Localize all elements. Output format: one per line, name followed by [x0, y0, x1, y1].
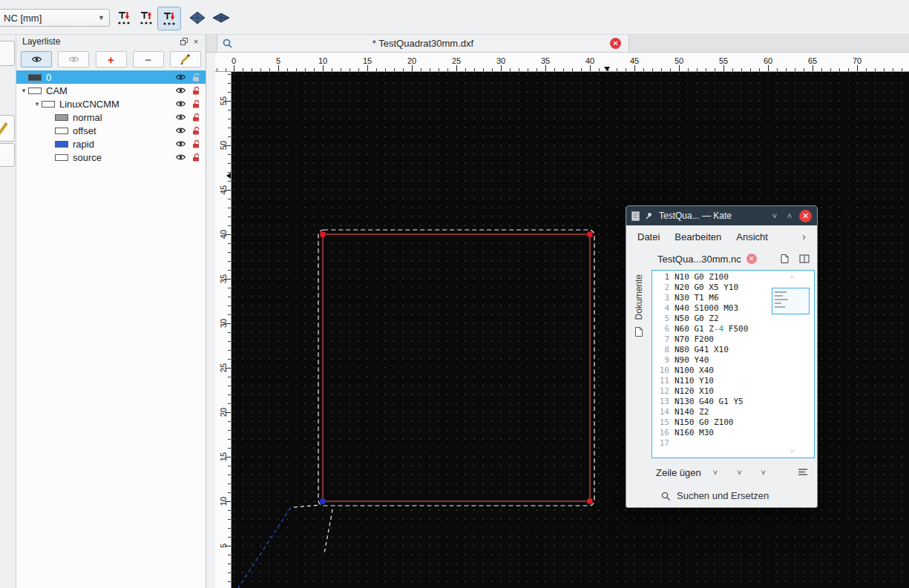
unlock-icon[interactable]	[189, 86, 203, 96]
layer-panel-header: Layerliste ×	[16, 35, 206, 48]
align-lines-icon[interactable]	[798, 468, 808, 477]
line-number: 15	[652, 417, 675, 428]
code-line: 14N140 Z2	[652, 407, 769, 417]
layer-row-0[interactable]: 0	[16, 70, 206, 84]
layer-row-rapid[interactable]: rapid	[16, 137, 206, 151]
eye-icon[interactable]	[171, 153, 189, 161]
layer-color-swatch[interactable]	[42, 101, 55, 108]
layer-color-swatch[interactable]	[28, 87, 42, 94]
ruler-minor-ticks	[215, 68, 909, 71]
expander-icon[interactable]: ▾	[19, 87, 28, 94]
menu-bearbeiten[interactable]: Bearbeiten	[675, 231, 721, 242]
scroll-down-icon[interactable]: ˅	[790, 447, 794, 455]
sidebar-tab-dokumente[interactable]: Dokumente	[634, 274, 644, 320]
mesh-view-button-2[interactable]	[211, 7, 232, 28]
show-all-layers-button[interactable]	[21, 51, 52, 67]
minus-icon: −	[145, 53, 151, 66]
postprocessor-combo[interactable]: NC [mm] ▼	[0, 9, 110, 27]
document-icon	[631, 211, 640, 221]
unlock-icon[interactable]	[189, 113, 203, 122]
layer-row-offset[interactable]: offset	[16, 124, 206, 137]
eye-icon[interactable]	[171, 140, 189, 148]
unlock-icon[interactable]	[189, 126, 203, 136]
ruler-tick	[679, 65, 680, 71]
eye-icon[interactable]	[171, 87, 189, 94]
pen-icon	[0, 119, 10, 136]
line-number: 14	[652, 407, 675, 417]
chevron-down-icon: ˅	[713, 468, 718, 477]
layer-color-swatch[interactable]	[55, 141, 68, 148]
tool-active-button[interactable]	[157, 7, 181, 30]
clipped-tool-button[interactable]	[0, 41, 15, 66]
eye-icon[interactable]	[171, 113, 189, 121]
magnifier-icon	[222, 38, 233, 49]
ruler-tick	[225, 234, 231, 235]
line-number: 1	[652, 272, 675, 283]
remove-layer-button[interactable]: −	[133, 51, 164, 67]
menu-ansicht[interactable]: Ansicht	[736, 231, 768, 242]
clipped-tool-button[interactable]	[0, 115, 15, 142]
kate-titlebar[interactable]: TestQua... — Kate ˅ ˄ ✕	[626, 206, 817, 225]
kate-sidebar: Dokumente	[626, 270, 652, 462]
close-icon[interactable]: ✕	[746, 254, 757, 264]
edit-layer-button[interactable]	[170, 51, 201, 67]
minimize-icon[interactable]: ˅	[769, 211, 780, 220]
expander-icon[interactable]: ▾	[33, 100, 42, 108]
search-replace-bar[interactable]: Suchen und Ersetzen	[626, 483, 817, 509]
chevron-down-icon[interactable]: ˅	[761, 468, 766, 477]
ruler-tick	[225, 457, 231, 457]
layer-label: rapid	[73, 139, 94, 150]
eye-icon[interactable]	[171, 100, 189, 108]
menu-overflow-icon[interactable]: ›	[802, 231, 806, 242]
scroll-up-icon[interactable]: ˄	[790, 273, 794, 281]
eye-icon	[31, 56, 42, 63]
close-icon[interactable]: ✕	[799, 210, 812, 222]
add-layer-button[interactable]: +	[96, 51, 127, 67]
unlock-icon[interactable]	[189, 139, 203, 149]
mesh-icon	[212, 10, 230, 25]
hide-layers-button[interactable]	[58, 51, 89, 67]
code-line: 9N90 Y40	[652, 355, 769, 366]
code-text: N100 X40	[675, 366, 714, 376]
menu-datei[interactable]: Datei	[637, 231, 660, 242]
chevron-down-icon[interactable]: ˅	[737, 468, 741, 477]
unlock-icon[interactable]	[189, 99, 203, 109]
layer-row-linuxcncmm[interactable]: ▾LinuxCNCMM	[16, 97, 206, 110]
cursor-position-marker	[226, 173, 231, 179]
layer-row-normal[interactable]: normal	[16, 110, 206, 124]
eye-icon[interactable]	[171, 127, 189, 134]
minimap-view-indicator[interactable]	[772, 288, 810, 314]
export-points-button[interactable]	[136, 7, 157, 28]
code-editor[interactable]: 1N10 G0 Z1002N20 G0 X5 Y103N30 T1 M64N40…	[652, 270, 815, 458]
close-panel-icon[interactable]: ×	[191, 37, 201, 46]
layer-color-swatch[interactable]	[55, 128, 68, 134]
layer-row-source[interactable]: source	[16, 151, 206, 164]
clipped-tool-button[interactable]	[0, 143, 15, 167]
code-line: 12N120 X10	[652, 386, 769, 397]
lock-disabled-icon[interactable]	[189, 73, 203, 82]
code-line: 10N100 X40	[652, 366, 769, 376]
float-panel-icon[interactable]	[179, 37, 189, 46]
tab-testquadrat30mm-dxf[interactable]: * TestQuadrat30mm.dxf ✕	[217, 35, 629, 52]
scrollbar-minimap[interactable]: ˄ ˅	[770, 271, 813, 457]
kate-body: Dokumente 1N10 G0 Z1002N20 G0 X5 Y103N30…	[626, 270, 817, 462]
tab-testqua30mm-nc[interactable]: TestQua...30mm.nc ✕	[654, 251, 760, 267]
layer-color-swatch[interactable]	[28, 74, 42, 81]
layer-row-cam[interactable]: ▾CAM	[16, 84, 206, 97]
split-view-icon[interactable]	[799, 254, 810, 264]
code-text: N90 Y40	[675, 355, 709, 366]
unlock-icon[interactable]	[189, 153, 203, 162]
new-document-icon[interactable]	[779, 254, 790, 264]
layer-color-swatch[interactable]	[55, 114, 68, 121]
line-number: 7	[652, 334, 675, 345]
close-icon[interactable]: ✕	[610, 38, 621, 49]
layer-color-swatch[interactable]	[55, 154, 68, 161]
maximize-icon[interactable]: ˄	[784, 211, 795, 220]
code-line: 6N60 G1 Z-4 F500	[652, 324, 769, 334]
mesh-view-button-1[interactable]	[187, 7, 208, 28]
code-text: N80 G41 X10	[675, 345, 729, 355]
eye-icon[interactable]	[171, 73, 189, 81]
import-points-button[interactable]	[114, 7, 134, 28]
ruler-horizontal: 0510152025303540455055606570	[215, 53, 909, 72]
line-tool-combo[interactable]: Zeile ügen ˅	[656, 467, 718, 478]
